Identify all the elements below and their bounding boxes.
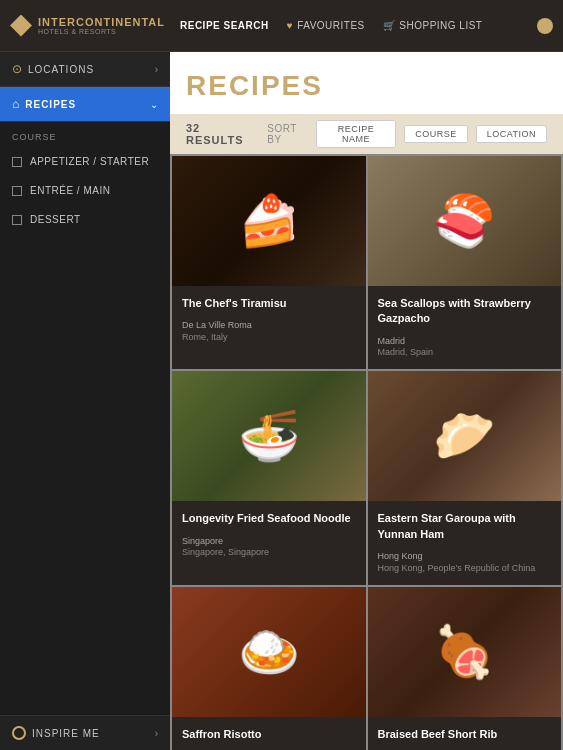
- recipe-name: Saffron Risotto: [182, 727, 356, 742]
- appetizer-checkbox[interactable]: [12, 157, 22, 167]
- recipe-info: Longevity Fried Seafood NoodleSingaporeS…: [172, 501, 366, 584]
- inspire-chevron-icon: ›: [155, 728, 158, 739]
- content-title-bar: Recipes: [170, 52, 563, 114]
- sidebar-item-dessert[interactable]: Dessert: [0, 205, 170, 234]
- content-area: Recipes 32 Results Sort By Recipe Name C…: [170, 52, 563, 750]
- recipe-name: The Chef's Tiramisu: [182, 296, 356, 311]
- recipe-info: Eastern Star Garoupa with Yunnan HamHong…: [368, 501, 562, 584]
- inspire-circle-icon: [12, 726, 26, 740]
- heart-icon: ♥: [287, 20, 293, 31]
- recipe-info: Sea Scallops with Strawberry GazpachoMad…: [368, 286, 562, 369]
- recipe-location: Hong Kong, People's Republic of China: [378, 563, 552, 573]
- logo-diamond-icon: [10, 15, 32, 37]
- recipe-image: [172, 156, 366, 286]
- recipe-image: [368, 587, 562, 717]
- logo-area: InterContinental Hotels & Resorts: [10, 15, 180, 37]
- logo-text: InterContinental Hotels & Resorts: [38, 16, 165, 35]
- recipe-location: Madrid, Spain: [378, 347, 552, 357]
- sidebar-locations[interactable]: ⊙ Locations ›: [0, 52, 170, 87]
- page-title: Recipes: [186, 70, 547, 102]
- recipe-card[interactable]: Eastern Star Garoupa with Yunnan HamHong…: [368, 371, 562, 584]
- recipe-card[interactable]: Braised Beef Short Rib: [368, 587, 562, 750]
- recipe-hotel: Singapore: [182, 535, 356, 548]
- logo-sub: Hotels & Resorts: [38, 28, 165, 35]
- sidebar-locations-label: Locations: [28, 64, 155, 75]
- recipe-info: The Chef's TiramisuDe La Ville RomaRome,…: [172, 286, 366, 369]
- recipe-location: Singapore, Singapore: [182, 547, 356, 557]
- recipe-image: [368, 156, 562, 286]
- recipe-name: Longevity Fried Seafood Noodle: [182, 511, 356, 526]
- locations-chevron-icon: ›: [155, 64, 158, 75]
- sidebar-recipes[interactable]: ⌂ Recipes ⌄: [0, 87, 170, 122]
- recipe-search-label: Recipe Search: [180, 20, 269, 31]
- main-layout: ⊙ Locations › ⌂ Recipes ⌄ Course Appetiz…: [0, 52, 563, 750]
- entree-label: Entrée / Main: [30, 184, 110, 197]
- recipe-image: [172, 587, 366, 717]
- nav-recipe-search[interactable]: Recipe Search: [180, 20, 269, 31]
- appetizer-label: Appetizer / Starter: [30, 155, 149, 168]
- recipe-name: Braised Beef Short Rib: [378, 727, 552, 742]
- recipes-icon: ⌂: [12, 97, 19, 111]
- locations-icon: ⊙: [12, 62, 22, 76]
- recipe-card[interactable]: The Chef's TiramisuDe La Ville RomaRome,…: [172, 156, 366, 369]
- recipe-info: Braised Beef Short Rib: [368, 717, 562, 750]
- results-bar: 32 Results Sort By Recipe Name Course Lo…: [170, 114, 563, 154]
- inspire-label: Inspire Me: [32, 728, 149, 739]
- sidebar-item-entree[interactable]: Entrée / Main: [0, 176, 170, 205]
- sort-location-button[interactable]: Location: [476, 125, 547, 143]
- recipe-hotel: Madrid: [378, 335, 552, 348]
- cart-icon: 🛒: [383, 20, 396, 31]
- recipe-info: Saffron Risotto: [172, 717, 366, 750]
- top-header: InterContinental Hotels & Resorts Recipe…: [0, 0, 563, 52]
- sidebar-item-appetizer[interactable]: Appetizer / Starter: [0, 147, 170, 176]
- dessert-label: Dessert: [30, 213, 81, 226]
- favourites-label: Favourites: [297, 20, 365, 31]
- sort-recipe-name-button[interactable]: Recipe Name: [316, 120, 396, 148]
- logo-brand: InterContinental: [38, 16, 165, 28]
- sort-course-button[interactable]: Course: [404, 125, 468, 143]
- recipe-hotel: De La Ville Roma: [182, 319, 356, 332]
- dessert-checkbox[interactable]: [12, 215, 22, 225]
- results-count: 32 Results: [186, 122, 251, 146]
- sidebar-recipes-label: Recipes: [25, 99, 150, 110]
- sort-by-label: Sort By: [267, 123, 308, 145]
- sidebar: ⊙ Locations › ⌂ Recipes ⌄ Course Appetiz…: [0, 52, 170, 750]
- recipe-location: Rome, Italy: [182, 332, 356, 342]
- recipe-image: [172, 371, 366, 501]
- course-section-label: Course: [0, 122, 170, 147]
- sidebar-inspire[interactable]: Inspire Me ›: [0, 715, 170, 750]
- recipe-card[interactable]: Longevity Fried Seafood NoodleSingaporeS…: [172, 371, 366, 584]
- recipe-card[interactable]: Sea Scallops with Strawberry GazpachoMad…: [368, 156, 562, 369]
- recipe-card[interactable]: Saffron Risotto: [172, 587, 366, 750]
- entree-checkbox[interactable]: [12, 186, 22, 196]
- nav-shopping-list[interactable]: 🛒 Shopping List: [383, 20, 483, 31]
- recipe-name: Sea Scallops with Strawberry Gazpacho: [378, 296, 552, 327]
- recipe-image: [368, 371, 562, 501]
- nav-badge: [537, 18, 553, 34]
- recipe-hotel: Hong Kong: [378, 550, 552, 563]
- recipes-chevron-icon: ⌄: [150, 99, 158, 110]
- recipe-grid: The Chef's TiramisuDe La Ville RomaRome,…: [170, 154, 563, 750]
- top-nav: Recipe Search ♥ Favourites 🛒 Shopping Li…: [180, 18, 553, 34]
- nav-favourites[interactable]: ♥ Favourites: [287, 20, 365, 31]
- recipe-name: Eastern Star Garoupa with Yunnan Ham: [378, 511, 552, 542]
- shopping-list-label: Shopping List: [399, 20, 482, 31]
